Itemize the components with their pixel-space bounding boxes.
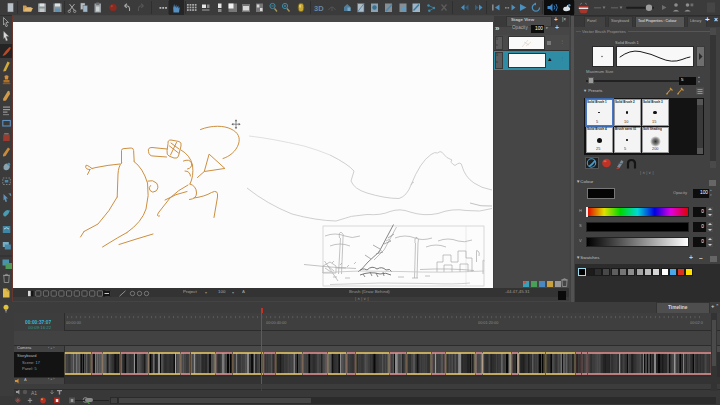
svg-text:3D: 3D — [314, 4, 324, 13]
svg-text:A1: A1 — [31, 390, 37, 396]
